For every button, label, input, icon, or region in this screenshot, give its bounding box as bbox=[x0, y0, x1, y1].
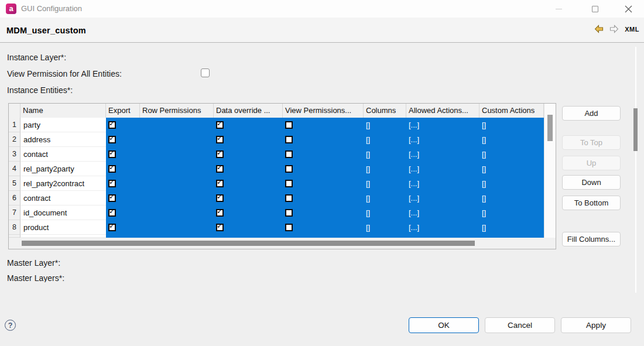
column-header-name[interactable]: Name bbox=[20, 104, 106, 118]
unchecked-checkbox-icon[interactable] bbox=[285, 136, 293, 143]
cell-row-permissions[interactable] bbox=[140, 176, 214, 191]
unchecked-checkbox-icon[interactable] bbox=[285, 224, 293, 231]
cell-allowed-actions[interactable]: [...] bbox=[406, 191, 479, 205]
cell-columns[interactable]: [] bbox=[364, 132, 406, 147]
cell-name[interactable]: contract bbox=[20, 191, 106, 205]
unchecked-checkbox-icon[interactable] bbox=[285, 150, 293, 158]
table-row[interactable]: 6contract[][...][] bbox=[9, 191, 556, 205]
ok-button[interactable]: OK bbox=[409, 317, 479, 333]
cell-columns[interactable]: [] bbox=[364, 205, 406, 220]
cell-columns[interactable]: [] bbox=[364, 162, 406, 176]
window-scrollbar-thumb[interactable] bbox=[633, 108, 638, 151]
column-header-export[interactable]: Export bbox=[106, 104, 140, 118]
cell-columns[interactable]: [] bbox=[364, 220, 406, 235]
help-button[interactable]: ? bbox=[5, 320, 16, 331]
table-row[interactable]: 5rel_party2contract[][...][] bbox=[9, 176, 556, 191]
back-arrow-icon[interactable] bbox=[594, 25, 604, 33]
cell-data-override[interactable] bbox=[214, 162, 283, 176]
cell-export[interactable] bbox=[106, 147, 140, 162]
cell-data-override[interactable] bbox=[214, 191, 283, 205]
cell-data-override[interactable] bbox=[214, 205, 283, 220]
cell-custom-actions[interactable]: [] bbox=[479, 191, 544, 205]
checked-checkbox-icon[interactable] bbox=[216, 165, 224, 173]
cell-row-permissions[interactable] bbox=[140, 220, 214, 235]
cell-name[interactable]: address bbox=[20, 132, 106, 147]
cell-view-permissions[interactable] bbox=[283, 205, 364, 220]
cell-data-override[interactable] bbox=[214, 176, 283, 191]
table-horizontal-scrollbar[interactable] bbox=[9, 238, 556, 249]
cell-allowed-actions[interactable]: [...] bbox=[406, 118, 479, 132]
checked-checkbox-icon[interactable] bbox=[108, 209, 116, 217]
cell-name[interactable]: product bbox=[20, 220, 106, 235]
table-row[interactable]: 8product[][...][] bbox=[9, 220, 556, 235]
checked-checkbox-icon[interactable] bbox=[216, 194, 224, 202]
checked-checkbox-icon[interactable] bbox=[216, 224, 224, 231]
cell-row-permissions[interactable] bbox=[140, 191, 214, 205]
instance-entities-table[interactable]: NameExportRow PermissionsData override .… bbox=[8, 103, 556, 249]
cell-view-permissions[interactable] bbox=[283, 147, 364, 162]
column-header-view-permissions[interactable]: View Permissions... bbox=[283, 104, 364, 118]
apply-button[interactable]: Apply bbox=[561, 317, 631, 333]
table-row[interactable]: 1party[][...][] bbox=[9, 118, 556, 132]
row-number[interactable]: 6 bbox=[9, 191, 20, 205]
checked-checkbox-icon[interactable] bbox=[108, 136, 116, 143]
cell-custom-actions[interactable]: [] bbox=[479, 205, 544, 220]
minimize-button[interactable] bbox=[547, 0, 570, 18]
cell-custom-actions[interactable]: [] bbox=[479, 176, 544, 191]
row-number[interactable]: 4 bbox=[9, 162, 20, 176]
cell-custom-actions[interactable]: [] bbox=[479, 220, 544, 235]
cell-export[interactable] bbox=[106, 118, 140, 132]
hscrollbar-thumb[interactable] bbox=[22, 241, 475, 246]
cell-name[interactable]: rel_party2party bbox=[20, 162, 106, 176]
table-row[interactable]: 4rel_party2party[][...][] bbox=[9, 162, 556, 176]
checked-checkbox-icon[interactable] bbox=[108, 165, 116, 173]
cell-row-permissions[interactable] bbox=[140, 162, 214, 176]
cell-row-permissions[interactable] bbox=[140, 132, 214, 147]
row-number[interactable]: 2 bbox=[9, 132, 20, 147]
cell-columns[interactable]: [] bbox=[364, 191, 406, 205]
cell-allowed-actions[interactable]: [...] bbox=[406, 162, 479, 176]
cell-name[interactable]: id_document bbox=[20, 205, 106, 220]
cell-name[interactable]: contact bbox=[20, 147, 106, 162]
cell-custom-actions[interactable]: [] bbox=[479, 162, 544, 176]
cell-view-permissions[interactable] bbox=[283, 132, 364, 147]
cell-export[interactable] bbox=[106, 162, 140, 176]
window-scrollbar-track[interactable] bbox=[635, 47, 636, 293]
column-header-custom-actions[interactable]: Custom Actions bbox=[479, 104, 544, 118]
cell-view-permissions[interactable] bbox=[283, 118, 364, 132]
cell-name[interactable]: rel_party2contract bbox=[20, 176, 106, 191]
cell-data-override[interactable] bbox=[214, 132, 283, 147]
cancel-button[interactable]: Cancel bbox=[485, 317, 555, 333]
unchecked-checkbox-icon[interactable] bbox=[285, 209, 293, 217]
cell-view-permissions[interactable] bbox=[283, 162, 364, 176]
down-button[interactable]: Down bbox=[562, 175, 621, 190]
column-header-row-permissions[interactable]: Row Permissions bbox=[140, 104, 214, 118]
cell-row-permissions[interactable] bbox=[140, 205, 214, 220]
cell-view-permissions[interactable] bbox=[283, 220, 364, 235]
cell-export[interactable] bbox=[106, 176, 140, 191]
row-number[interactable]: 8 bbox=[9, 220, 20, 235]
cell-view-permissions[interactable] bbox=[283, 176, 364, 191]
close-button[interactable] bbox=[616, 0, 640, 18]
checked-checkbox-icon[interactable] bbox=[108, 121, 116, 129]
column-header-allowed-actions[interactable]: Allowed Actions... bbox=[406, 104, 479, 118]
cell-data-override[interactable] bbox=[214, 118, 283, 132]
maximize-button[interactable] bbox=[583, 0, 607, 18]
checked-checkbox-icon[interactable] bbox=[216, 136, 224, 143]
row-number[interactable]: 5 bbox=[9, 176, 20, 191]
column-header-data-override[interactable]: Data override ... bbox=[214, 104, 283, 118]
row-number[interactable]: 1 bbox=[9, 118, 20, 132]
cell-data-override[interactable] bbox=[214, 147, 283, 162]
column-header-row-number[interactable] bbox=[9, 104, 20, 118]
table-row[interactable]: 3contact[][...][] bbox=[9, 147, 556, 162]
cell-allowed-actions[interactable]: [...] bbox=[406, 220, 479, 235]
unchecked-checkbox-icon[interactable] bbox=[285, 121, 293, 129]
checked-checkbox-icon[interactable] bbox=[108, 180, 116, 187]
cell-allowed-actions[interactable]: [...] bbox=[406, 147, 479, 162]
add-button[interactable]: Add bbox=[562, 106, 621, 121]
checked-checkbox-icon[interactable] bbox=[216, 150, 224, 158]
cell-row-permissions[interactable] bbox=[140, 147, 214, 162]
cell-allowed-actions[interactable]: [...] bbox=[406, 132, 479, 147]
cell-allowed-actions[interactable]: [...] bbox=[406, 176, 479, 191]
table-row[interactable]: 7id_document[][...][] bbox=[9, 205, 556, 220]
